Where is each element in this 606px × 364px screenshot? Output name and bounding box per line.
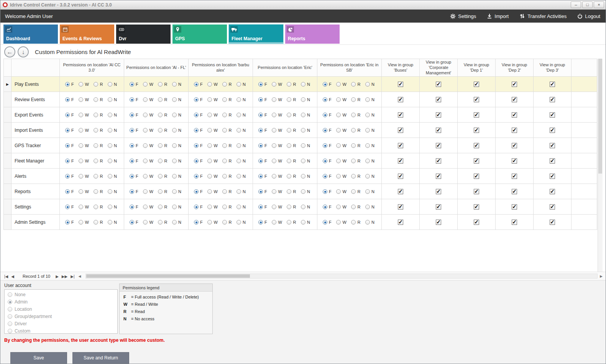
- radio-option-W[interactable]: W: [336, 143, 346, 148]
- radio-option-N[interactable]: N: [301, 143, 310, 148]
- radio-option-F[interactable]: F: [194, 159, 203, 163]
- group-checkbox[interactable]: ✓: [436, 220, 441, 225]
- radio-option-F[interactable]: F: [65, 97, 74, 102]
- radio-option-F[interactable]: F: [130, 97, 138, 102]
- radio-option-N[interactable]: N: [236, 143, 246, 148]
- radio-option-R[interactable]: R: [287, 113, 296, 117]
- group-checkbox[interactable]: ✓: [398, 128, 403, 133]
- radio-option-R[interactable]: R: [351, 128, 360, 133]
- save-and-return-button[interactable]: Save and Return: [72, 352, 129, 364]
- group-checkbox[interactable]: ✓: [398, 189, 403, 194]
- group-checkbox[interactable]: ✓: [398, 82, 403, 87]
- radio-option-F[interactable]: F: [323, 128, 332, 133]
- group-checkbox[interactable]: ✓: [512, 143, 517, 148]
- radio-option-F[interactable]: F: [65, 82, 74, 87]
- tab-events-reviews[interactable]: Events & Reviews: [60, 25, 114, 44]
- group-checkbox[interactable]: ✓: [398, 220, 403, 225]
- vertical-scrollbar-thumb[interactable]: [598, 59, 602, 174]
- radio-option-N[interactable]: N: [365, 97, 374, 102]
- group-checkbox[interactable]: ✓: [550, 82, 555, 87]
- radio-option-N[interactable]: N: [301, 159, 310, 163]
- transfer-activities-action[interactable]: Transfer Activities: [519, 13, 567, 19]
- tab-fleet-manager[interactable]: Fleet Manager: [229, 25, 283, 44]
- radio-option-F[interactable]: F: [258, 113, 267, 117]
- radio-option-R[interactable]: R: [351, 143, 360, 148]
- group-checkbox[interactable]: ✓: [474, 82, 479, 87]
- maximize-button[interactable]: □: [582, 2, 593, 8]
- radio-option-F[interactable]: F: [258, 128, 267, 133]
- radio-option-R[interactable]: R: [222, 113, 232, 117]
- group-checkbox[interactable]: ✓: [398, 158, 403, 164]
- radio-option-R[interactable]: R: [158, 174, 167, 179]
- tab-dashboard[interactable]: Dashboard: [3, 25, 58, 44]
- group-checkbox[interactable]: ✓: [436, 189, 441, 194]
- radio-option-N[interactable]: N: [301, 220, 310, 225]
- radio-option-N[interactable]: N: [365, 205, 374, 209]
- radio-option-F[interactable]: F: [258, 189, 267, 194]
- radio-option-W[interactable]: W: [79, 143, 89, 148]
- nav-prev-button[interactable]: ◀: [11, 274, 14, 279]
- horizontal-scrollbar-thumb[interactable]: [86, 274, 250, 278]
- group-checkbox[interactable]: ✓: [512, 97, 517, 102]
- group-checkbox[interactable]: ✓: [474, 189, 479, 194]
- radio-option-N[interactable]: N: [108, 189, 117, 194]
- radio-option-F[interactable]: F: [323, 82, 332, 87]
- group-checkbox[interactable]: ✓: [398, 112, 403, 118]
- radio-option-R[interactable]: R: [222, 205, 232, 209]
- radio-option-F[interactable]: F: [130, 113, 138, 117]
- radio-option-W[interactable]: W: [336, 174, 346, 179]
- radio-option-F[interactable]: F: [130, 159, 138, 163]
- radio-option-W[interactable]: W: [143, 128, 153, 133]
- group-checkbox[interactable]: ✓: [512, 128, 517, 133]
- radio-option-N[interactable]: N: [236, 159, 246, 163]
- radio-option-W[interactable]: W: [79, 82, 89, 87]
- group-checkbox[interactable]: ✓: [512, 220, 517, 225]
- radio-option-F[interactable]: F: [130, 82, 138, 87]
- radio-option-W[interactable]: W: [272, 189, 282, 194]
- group-checkbox[interactable]: ✓: [550, 97, 555, 102]
- user-account-option-none[interactable]: None: [8, 292, 114, 297]
- radio-option-F[interactable]: F: [323, 174, 332, 179]
- radio-option-F[interactable]: F: [65, 128, 74, 133]
- radio-option-F[interactable]: F: [65, 143, 74, 148]
- radio-option-N[interactable]: N: [236, 113, 246, 117]
- radio-option-R[interactable]: R: [158, 220, 167, 225]
- radio-option-W[interactable]: W: [336, 189, 346, 194]
- radio-option-R[interactable]: R: [351, 113, 360, 117]
- radio-option-W[interactable]: W: [272, 205, 282, 209]
- radio-option-R[interactable]: R: [351, 159, 360, 163]
- radio-option-F[interactable]: F: [258, 220, 267, 225]
- radio-option-N[interactable]: N: [236, 174, 246, 179]
- radio-option-R[interactable]: R: [94, 159, 103, 163]
- radio-option-N[interactable]: N: [301, 82, 310, 87]
- radio-option-N[interactable]: N: [108, 82, 117, 87]
- radio-option-F[interactable]: F: [65, 189, 74, 194]
- minimize-button[interactable]: –: [571, 2, 581, 8]
- radio-option-N[interactable]: N: [365, 82, 374, 87]
- radio-option-R[interactable]: R: [351, 174, 360, 179]
- radio-option-N[interactable]: N: [172, 205, 181, 209]
- group-checkbox[interactable]: ✓: [474, 97, 479, 102]
- radio-option-W[interactable]: W: [79, 174, 89, 179]
- radio-option-N[interactable]: N: [108, 128, 117, 133]
- radio-option-N[interactable]: N: [365, 143, 374, 148]
- radio-option-F[interactable]: F: [194, 128, 203, 133]
- radio-option-W[interactable]: W: [336, 113, 346, 117]
- group-checkbox[interactable]: ✓: [436, 97, 441, 102]
- hscroll-right-arrow-icon[interactable]: ▶: [600, 274, 603, 278]
- radio-option-R[interactable]: R: [158, 143, 167, 148]
- radio-option-R[interactable]: R: [287, 128, 296, 133]
- radio-option-R[interactable]: R: [287, 82, 296, 87]
- radio-option-W[interactable]: W: [272, 82, 282, 87]
- group-checkbox[interactable]: ✓: [474, 220, 479, 225]
- radio-option-N[interactable]: N: [301, 128, 310, 133]
- group-checkbox[interactable]: ✓: [512, 158, 517, 164]
- group-checkbox[interactable]: ✓: [550, 189, 555, 194]
- radio-option-W[interactable]: W: [272, 174, 282, 179]
- group-checkbox[interactable]: ✓: [474, 174, 479, 179]
- radio-option-W[interactable]: W: [143, 174, 153, 179]
- radio-option-N[interactable]: N: [365, 128, 374, 133]
- radio-option-F[interactable]: F: [258, 82, 267, 87]
- radio-option-N[interactable]: N: [172, 143, 181, 148]
- radio-option-F[interactable]: F: [130, 220, 138, 225]
